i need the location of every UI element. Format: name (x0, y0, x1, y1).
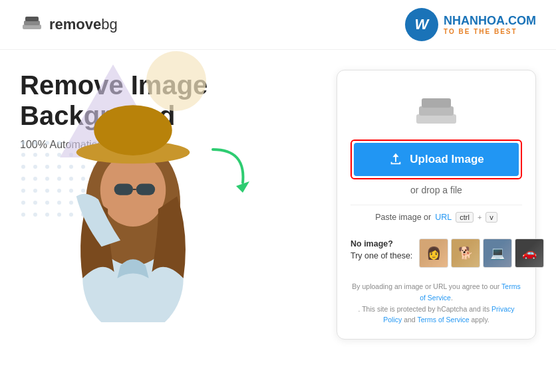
layers-icon (413, 90, 460, 127)
v-key-badge: v (486, 212, 497, 223)
svg-point-39 (33, 201, 37, 205)
svg-rect-57 (114, 184, 133, 195)
svg-point-10 (21, 153, 25, 157)
sample-thumb-dog[interactable]: 🐕 (451, 239, 480, 268)
ctrl-key-badge: ctrl (456, 212, 474, 223)
brand-logo-circle: W (405, 8, 438, 41)
svg-rect-58 (136, 184, 155, 195)
sample-thumb-woman[interactable]: 👩 (419, 239, 448, 268)
svg-rect-0 (23, 25, 41, 29)
svg-rect-61 (416, 114, 456, 124)
svg-point-56 (94, 105, 172, 155)
samples-label: No image? Try one of these: 👩 🐕 💻 (350, 239, 522, 268)
logo[interactable]: removebg (20, 13, 118, 37)
drop-text: or drop a file (410, 185, 462, 195)
svg-rect-2 (25, 17, 39, 21)
svg-point-11 (33, 153, 37, 157)
paste-label: Paste image or (375, 213, 431, 222)
sample-thumbs: 👩 🐕 💻 🚗 (419, 239, 544, 268)
logo-icon (20, 13, 44, 37)
logo-text: removebg (49, 16, 118, 33)
svg-point-25 (33, 177, 37, 181)
url-link[interactable]: URL (435, 213, 452, 222)
upload-panel-section: Upload Image or drop a file Paste image … (337, 70, 536, 340)
svg-point-17 (21, 165, 25, 169)
svg-point-45 (21, 213, 25, 217)
svg-point-18 (33, 165, 37, 169)
svg-point-31 (21, 189, 25, 193)
upload-button-wrapper: Upload Image (350, 140, 522, 179)
svg-point-32 (33, 189, 37, 193)
svg-point-3 (21, 141, 25, 145)
woman-illustration (47, 83, 219, 322)
upload-panel: Upload Image or drop a file Paste image … (337, 70, 536, 340)
samples-section: No image? Try one of these: 👩 🐕 💻 (350, 239, 522, 268)
svg-point-4 (33, 141, 37, 145)
plus-sign: + (478, 213, 482, 221)
upload-button-label: Upload Image (410, 153, 484, 166)
header: removebg W NHANHOA.COM TO BE THE BEST (0, 0, 556, 50)
footer-note: By uploading an image or URL you agree t… (350, 281, 522, 326)
svg-rect-63 (422, 98, 451, 108)
brand-name: NHANHOA.COM (444, 14, 536, 28)
paste-row: Paste image or URL ctrl + v (350, 205, 522, 223)
tos-link-2[interactable]: Terms of Service (417, 316, 469, 324)
upload-image-button[interactable]: Upload Image (354, 143, 519, 176)
svg-point-38 (21, 201, 25, 205)
svg-point-46 (33, 213, 37, 217)
sample-thumb-laptop[interactable]: 💻 (483, 239, 512, 268)
samples-text: No image? Try one of these: (350, 239, 412, 262)
left-section: Remove Image Background 100% Automatical… (20, 70, 323, 164)
svg-rect-1 (24, 21, 40, 25)
arrow-decoration (206, 143, 253, 199)
svg-rect-62 (419, 106, 454, 116)
main-content: Remove Image Background 100% Automatical… (0, 50, 556, 340)
svg-point-24 (21, 177, 25, 181)
sample-thumb-car[interactable]: 🚗 (515, 239, 544, 268)
upload-icon (388, 152, 403, 167)
brand-badge: W NHANHOA.COM TO BE THE BEST (405, 8, 536, 41)
brand-text-block: NHANHOA.COM TO BE THE BEST (444, 14, 536, 35)
brand-slogan: TO BE THE BEST (444, 28, 536, 35)
